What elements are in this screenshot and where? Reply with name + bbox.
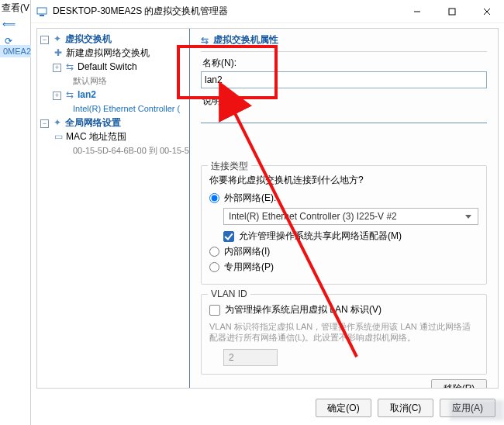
radio-external-input[interactable] <box>209 193 219 203</box>
ok-button[interactable]: 确定(O) <box>316 399 371 417</box>
switch-icon: ⇆ <box>64 88 75 101</box>
name-input[interactable] <box>201 71 487 88</box>
collapse-icon[interactable]: − <box>40 119 49 128</box>
vlan-enable-checkbox[interactable] <box>209 305 220 316</box>
parent-app-strip: 查看(V ⟸ ⟳ 0MEA2S <box>0 0 31 425</box>
vlan-id-field: 2 <box>223 349 278 366</box>
svg-rect-3 <box>449 9 455 15</box>
minimize-button[interactable] <box>399 0 434 23</box>
vlan-enable-label: 为管理操作系统启用虚拟 LAN 标识(V) <box>225 303 381 316</box>
watermark-smudge <box>450 400 504 420</box>
tree-default-switch-sub: 默认网络 <box>37 74 189 88</box>
connection-question: 你要将此虚拟交换机连接到什么地方? <box>209 174 478 187</box>
global-section-icon: ✦ <box>52 116 63 129</box>
close-button[interactable] <box>469 0 504 23</box>
window-title: DESKTOP-30MEA2S 的虚拟交换机管理器 <box>53 5 399 18</box>
radio-private[interactable]: 专用网络(P) <box>209 261 478 274</box>
allow-mgmt-share-checkbox[interactable] <box>223 231 234 242</box>
radio-private-label: 专用网络(P) <box>224 261 274 274</box>
collapse-icon[interactable]: − <box>40 36 49 44</box>
switch-tree[interactable]: −✦虚拟交换机 ✚新建虚拟网络交换机 +⇆Default Switch 默认网络… <box>37 29 190 388</box>
radio-external-label: 外部网络(E): <box>224 192 276 205</box>
description-input[interactable] <box>201 109 487 123</box>
connection-type-legend: 连接类型 <box>208 160 251 173</box>
vlan-enable[interactable]: 为管理操作系统启用虚拟 LAN 标识(V) <box>209 303 478 316</box>
new-switch-icon: ✚ <box>53 47 64 59</box>
back-icon[interactable]: ⟸ <box>2 17 16 31</box>
dialog-button-bar: 确定(O) 取消(C) 应用(A) <box>36 399 499 417</box>
expand-icon[interactable]: + <box>53 64 61 72</box>
allow-mgmt-share[interactable]: 允许管理操作系统共享此网络适配器(M) <box>223 230 478 243</box>
name-label: 名称(N): <box>202 57 487 70</box>
mac-range-icon: ▭ <box>53 130 64 143</box>
divider <box>201 51 487 52</box>
external-adapter-value: Intel(R) Ethernet Controller (3) I225-V … <box>229 211 397 222</box>
external-adapter-combo[interactable]: Intel(R) Ethernet Controller (3) I225-V … <box>223 208 478 225</box>
switch-properties-icon: ⇆ <box>201 35 209 46</box>
tree-mac-range[interactable]: MAC 地址范围 <box>66 131 126 142</box>
svg-rect-0 <box>37 8 47 14</box>
parent-selected-host[interactable]: 0MEA2S <box>0 45 31 57</box>
expand-icon[interactable]: + <box>53 92 61 100</box>
vlan-legend: VLAN ID <box>208 289 250 299</box>
menu-view-partial[interactable]: 查看(V <box>2 2 29 15</box>
vlan-help-text: VLAN 标识符指定虚拟 LAN，管理操作系统使用该 LAN 通过此网络适配器进… <box>209 321 478 343</box>
connection-type-group: 连接类型 你要将此虚拟交换机连接到什么地方? 外部网络(E): Intel(R)… <box>201 165 487 285</box>
virtual-switch-manager-dialog: DESKTOP-30MEA2S 的虚拟交换机管理器 −✦虚拟交换机 ✚新建虚拟网… <box>31 0 504 425</box>
remove-button[interactable]: 移除(R) <box>431 379 487 388</box>
maximize-button[interactable] <box>434 0 469 23</box>
tree-lan2[interactable]: lan2 <box>78 89 96 100</box>
properties-header: 虚拟交换机属性 <box>213 33 278 47</box>
radio-external[interactable]: 外部网络(E): <box>209 192 478 205</box>
tree-lan2-sub: Intel(R) Ethernet Controller ( <box>37 102 189 116</box>
switch-icon: ⇆ <box>64 60 75 73</box>
radio-private-input[interactable] <box>209 262 219 272</box>
tree-new-switch[interactable]: 新建虚拟网络交换机 <box>66 47 150 58</box>
app-icon <box>36 5 48 18</box>
allow-mgmt-share-label: 允许管理操作系统共享此网络适配器(M) <box>239 230 402 243</box>
description-label: 说明(T): <box>202 95 487 108</box>
titlebar: DESKTOP-30MEA2S 的虚拟交换机管理器 <box>31 0 504 23</box>
radio-internal[interactable]: 内部网络(I) <box>209 245 478 258</box>
radio-internal-input[interactable] <box>209 247 219 257</box>
properties-panel: ⇆ 虚拟交换机属性 名称(N): 说明(T): 连接类型 你要将此虚拟交换机连接… <box>190 29 498 388</box>
tree-section-switches[interactable]: 虚拟交换机 <box>65 33 112 44</box>
tree-mac-range-sub: 00-15-5D-64-6B-00 到 00-15-5D-6… <box>37 143 189 157</box>
tree-section-global[interactable]: 全局网络设置 <box>65 117 121 128</box>
tree-default-switch[interactable]: Default Switch <box>78 61 137 72</box>
switch-section-icon: ✦ <box>52 33 63 45</box>
vlan-group: VLAN ID 为管理操作系统启用虚拟 LAN 标识(V) VLAN 标识符指定… <box>201 294 487 375</box>
radio-internal-label: 内部网络(I) <box>224 245 270 258</box>
svg-rect-1 <box>40 15 44 16</box>
cancel-button[interactable]: 取消(C) <box>378 399 433 417</box>
